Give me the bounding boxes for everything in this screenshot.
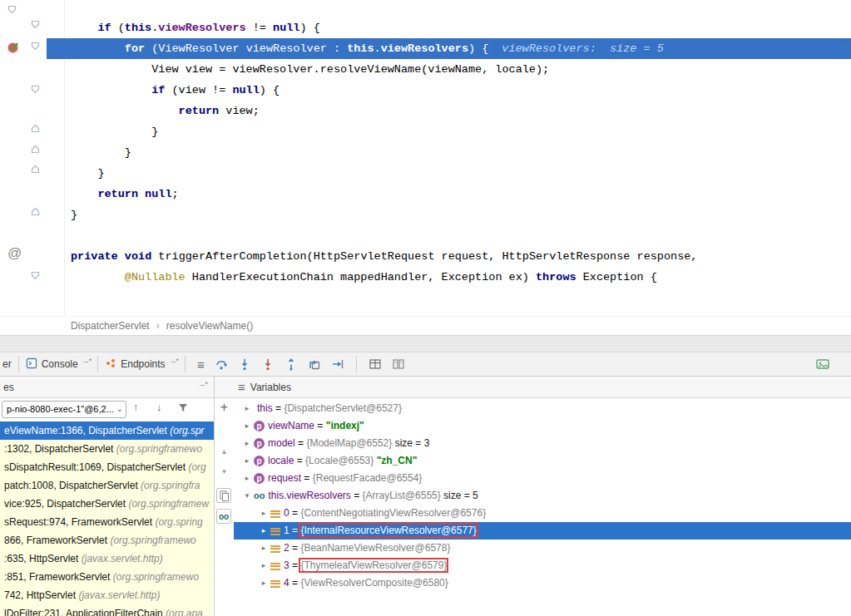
chevron-down-icon: ⌄ [116,401,123,416]
annotated-value: {ThymeleafViewResolver@6579} [300,559,447,571]
frames-tab-partial-label[interactable]: es [3,382,14,393]
code-line[interactable]: View view = viewResolver.resolveViewName… [0,59,851,80]
endpoints-icon [105,357,116,372]
parameter-icon: p [254,421,265,431]
drop-frame-icon[interactable] [308,357,321,371]
value: {ContentNegotiatingViewResolver@6576} [300,507,486,519]
variable-row[interactable]: ▸prequest = {RequestFacade@6554} [234,470,851,487]
frame-row[interactable]: :851, FrameworkServlet (org.springframew… [0,568,214,586]
breadcrumb-separator-icon: › [156,320,160,332]
table-view-icon[interactable] [369,357,382,371]
code-line[interactable]: if (view != null) { [0,80,851,101]
variable-row[interactable]: ▾oothis.viewResolvers = {ArrayList@6555}… [234,487,851,505]
variables-panel[interactable]: ▸this = {DispatcherServlet@6527}▸pviewNa… [234,398,851,616]
chevron-right-icon[interactable]: ▸ [240,452,254,470]
step-into-icon[interactable] [238,357,251,371]
step-out-icon[interactable] [284,357,298,371]
tab-debugger-partial[interactable]: er [2,358,12,370]
value: {BeanNameViewResolver@6578} [300,542,450,554]
code-line[interactable]: } [0,205,851,225]
frame-row[interactable]: 742, HttpServlet (javax.servlet.http) [0,586,214,604]
variables-menu-icon[interactable]: ≡ [238,380,245,394]
frame-row[interactable]: sDispatchResult:1069, DispatcherServlet … [0,458,214,476]
variable-row[interactable]: ▸pmodel = {ModelMap@6552} size = 3 [234,435,851,452]
variable-row[interactable]: ▸1 = {InternalResourceViewResolver@6577} [234,522,851,540]
chevron-down-icon[interactable]: ▾ [240,487,254,505]
chevron-right-icon[interactable]: ▸ [257,505,270,522]
frame-row[interactable]: sRequest:974, FrameworkServlet (org.spri… [0,513,214,531]
chevron-right-icon[interactable]: ▸ [257,574,270,592]
array-element-icon [270,526,280,536]
chevron-right-icon[interactable]: ▸ [257,522,270,540]
chevron-right-icon[interactable]: ▸ [257,557,270,574]
separator [185,356,186,372]
separator [97,356,98,372]
code-line[interactable]: } [0,163,851,184]
add-watch-icon[interactable]: + [217,400,231,415]
show-watches-glasses-icon[interactable]: oo [216,509,231,524]
frame-row[interactable]: :635, HttpServlet (javax.servlet.http) [0,549,214,568]
fold-marker-icon[interactable] [7,3,17,18]
breadcrumb-method[interactable]: resolveViewName() [166,320,253,332]
chevron-right-icon[interactable]: ▸ [240,400,254,417]
code-area[interactable]: if (this.viewResolvers != null) {for (Vi… [0,17,851,288]
execution-line[interactable]: for (ViewResolver viewResolver : this.vi… [47,38,851,59]
code-line[interactable]: return view; [0,101,851,121]
code-editor[interactable]: @ if (this.viewResolvers != null) {for (… [0,0,851,316]
columns-layout-icon[interactable] [392,357,405,371]
variable-row[interactable]: ▸2 = {BeanNameViewResolver@6578} [234,540,851,557]
layout-menu-icon[interactable]: ≡ [197,357,205,372]
debug-toolbar: er Console →* Endpoints →* ≡ [0,352,851,377]
variable-row[interactable]: ▸this = {DispatcherServlet@6527} [234,400,851,417]
filter-funnel-icon[interactable] [178,403,188,416]
code-line[interactable]: @Nullable HandlerExecutionChain mappedHa… [0,267,851,288]
run-to-cursor-icon[interactable] [331,357,344,371]
copy-icon[interactable] [216,488,231,503]
splitter-band[interactable] [0,335,851,352]
chevron-right-icon[interactable]: ▸ [257,540,270,557]
chevron-right-icon[interactable]: ▸ [240,417,254,435]
frame-row[interactable]: patch:1008, DispatcherServlet (org.sprin… [0,476,214,495]
variable-row[interactable]: ▸3 = {ThymeleafViewResolver@6579} [234,557,851,574]
array-element-icon [270,561,280,571]
variable-row[interactable]: ▸plocale = {Locale@6553} "zh_CN" [234,452,851,470]
scroll-down-icon[interactable]: ▼ [217,468,231,476]
code-line[interactable] [0,225,851,246]
frame-row[interactable]: lDoFilter:231, ApplicationFilterChain (o… [0,604,214,616]
code-line[interactable]: } [0,142,851,163]
variable-row[interactable]: ▸0 = {ContentNegotiatingViewResolver@657… [234,505,851,522]
chevron-right-icon[interactable]: ▸ [240,435,254,452]
frame-row[interactable]: vice:925, DispatcherServlet (org.springf… [0,495,214,513]
variables-tree: ▸this = {DispatcherServlet@6527}▸pviewNa… [234,400,851,592]
scrollbar-execution-marker[interactable] [841,45,849,48]
frame-row[interactable]: 866, FrameworkServlet (org.springframewo [0,531,214,549]
frame-row[interactable]: :1302, DispatcherServlet (org.springfram… [0,440,214,458]
thread-dropdown[interactable]: p-nio-8080-exec-1"@6,2... ⌄ [2,401,126,418]
parameter-icon: p [254,456,265,466]
value: {RequestFacade@6554} [313,472,423,484]
navigate-up-icon[interactable]: ↑ [133,401,139,413]
value: "indexj" [326,420,364,431]
code-line[interactable]: return null; [0,184,851,205]
frame-row[interactable]: eViewName:1366, DispatcherServlet (org.s… [0,421,214,440]
scroll-up-icon[interactable]: ▲ [217,448,231,456]
code-line[interactable]: } [0,121,851,142]
variable-row[interactable]: ▸4 = {ViewResolverComposite@6580} [234,574,851,592]
tab-endpoints[interactable]: Endpoints →* [105,357,178,372]
code-line[interactable]: if (this.viewResolvers != null) { [0,17,851,38]
chevron-right-icon[interactable]: ▸ [240,470,254,487]
screenshot-icon[interactable] [816,358,829,370]
step-over-icon[interactable] [215,357,228,371]
frames-pin-icon[interactable]: →* [198,380,207,388]
frames-list[interactable]: eViewName:1366, DispatcherServlet (org.s… [0,421,215,616]
force-step-into-icon[interactable] [261,357,275,371]
code-line[interactable]: private void triggerAfterCompletion(Http… [0,246,851,267]
breadcrumb-class[interactable]: DispatcherServlet [71,320,150,332]
array-element-icon [270,579,280,589]
navigate-down-icon[interactable]: ↓ [156,401,162,413]
thread-selector-row: p-nio-8080-exec-1"@6,2... ⌄ ↑ ↓ [0,398,215,421]
tab-console[interactable]: Console →* [26,357,92,372]
parameter-icon: p [254,438,265,449]
variables-side-toolbar: + ▲ ▼ oo [215,398,234,616]
variable-row[interactable]: ▸pviewName = "indexj" [234,417,851,435]
